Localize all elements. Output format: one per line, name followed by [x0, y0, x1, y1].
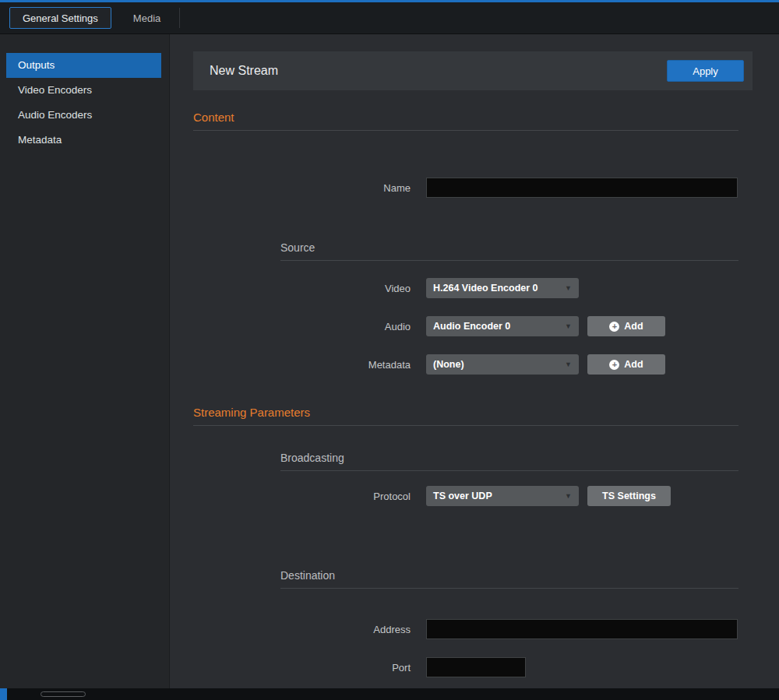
port-input[interactable]: [426, 657, 526, 677]
port-row: Port: [193, 657, 753, 677]
broadcasting-title: Broadcasting: [280, 452, 753, 464]
metadata-label: Metadata: [193, 359, 411, 371]
section-title-content: Content: [193, 111, 753, 124]
metadata-source-dropdown[interactable]: (None) ▼: [426, 354, 579, 375]
destination-subsection: Destination: [280, 569, 753, 589]
video-source-dropdown[interactable]: H.264 Video Encoder 0 ▼: [426, 278, 579, 298]
plus-icon: +: [609, 322, 619, 332]
panel-header: New Stream Apply: [193, 51, 753, 90]
name-row: Name: [193, 178, 753, 198]
section-title-streaming-parameters: Streaming Parameters: [193, 406, 753, 419]
audio-source-value: Audio Encoder 0: [433, 321, 510, 332]
chevron-down-icon: ▼: [565, 322, 572, 330]
protocol-row: Protocol TS over UDP ▼ TS Settings: [193, 486, 753, 506]
ts-settings-button[interactable]: TS Settings: [587, 486, 671, 506]
subsection-rule: [280, 260, 738, 261]
sidebar-item-outputs[interactable]: Outputs: [6, 53, 161, 78]
protocol-label: Protocol: [193, 491, 411, 502]
broadcasting-subsection: Broadcasting: [280, 452, 753, 471]
subsection-rule: [280, 470, 738, 471]
audio-source-dropdown[interactable]: Audio Encoder 0 ▼: [426, 316, 579, 336]
sidebar-item-video-encoders[interactable]: Video Encoders: [6, 78, 161, 103]
sidebar-item-metadata[interactable]: Metadata: [6, 128, 161, 153]
tab-divider: [179, 8, 180, 28]
tab-general-settings[interactable]: General Settings: [9, 7, 111, 29]
protocol-dropdown[interactable]: TS over UDP ▼: [426, 486, 579, 506]
apply-button[interactable]: Apply: [667, 60, 744, 82]
top-navigation-bar: General Settings Media: [0, 2, 779, 34]
horizontal-scrollbar-handle[interactable]: [41, 691, 86, 697]
main-content: New Stream Apply Content Name Source Vid…: [170, 34, 779, 700]
add-metadata-button[interactable]: + Add: [587, 354, 665, 375]
page-title: New Stream: [210, 64, 278, 78]
chevron-down-icon: ▼: [565, 492, 572, 500]
name-input[interactable]: [426, 178, 738, 198]
metadata-row: Metadata (None) ▼ + Add: [193, 354, 753, 375]
metadata-source-value: (None): [433, 359, 464, 370]
address-row: Address: [193, 619, 753, 639]
sidebar-item-audio-encoders[interactable]: Audio Encoders: [6, 103, 161, 128]
source-subsection: Source: [280, 241, 753, 261]
name-label: Name: [193, 182, 411, 194]
horizontal-scrollbar-track[interactable]: [0, 688, 779, 700]
port-label: Port: [193, 662, 411, 674]
protocol-value: TS over UDP: [433, 491, 492, 501]
sidebar: Outputs Video Encoders Audio Encoders Me…: [0, 34, 170, 700]
audio-row: Audio Audio Encoder 0 ▼ + Add: [193, 316, 753, 336]
chevron-down-icon: ▼: [565, 361, 572, 368]
tab-media[interactable]: Media: [121, 7, 173, 29]
video-label: Video: [193, 283, 411, 294]
source-title: Source: [280, 241, 753, 254]
chevron-down-icon: ▼: [565, 284, 572, 292]
address-input[interactable]: [426, 619, 738, 639]
scrollbar-corner-accent: [0, 688, 7, 700]
address-label: Address: [193, 624, 411, 635]
video-source-value: H.264 Video Encoder 0: [433, 283, 538, 294]
destination-title: Destination: [280, 569, 753, 582]
plus-icon: +: [609, 360, 619, 370]
section-rule: [193, 425, 738, 426]
add-audio-button[interactable]: + Add: [587, 316, 665, 336]
subsection-rule: [280, 588, 738, 589]
add-audio-label: Add: [624, 321, 643, 332]
section-rule: [193, 130, 738, 131]
audio-label: Audio: [193, 321, 411, 332]
video-row: Video H.264 Video Encoder 0 ▼: [193, 278, 753, 298]
add-metadata-label: Add: [624, 359, 643, 370]
